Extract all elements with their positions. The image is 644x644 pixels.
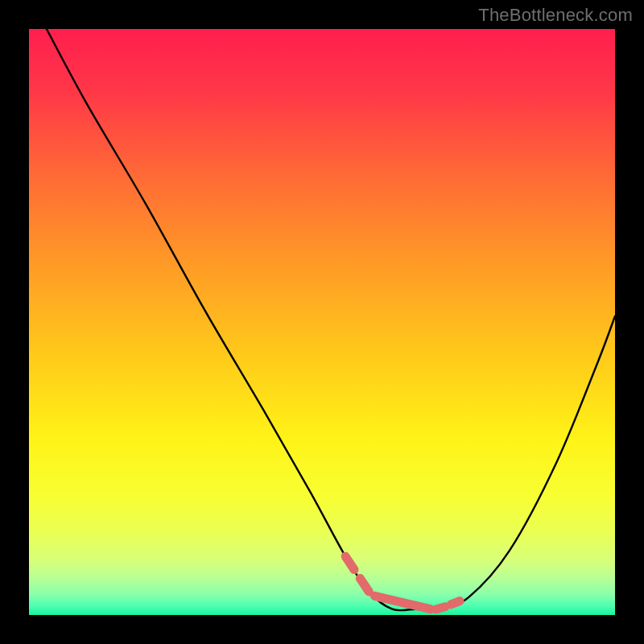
plot-background xyxy=(29,29,615,615)
optimal-marker xyxy=(451,601,460,605)
optimal-marker xyxy=(436,607,445,609)
watermark-text: TheBottleneck.com xyxy=(478,5,633,26)
chart-frame: TheBottleneck.com xyxy=(0,0,644,644)
bottleneck-chart xyxy=(0,0,644,644)
